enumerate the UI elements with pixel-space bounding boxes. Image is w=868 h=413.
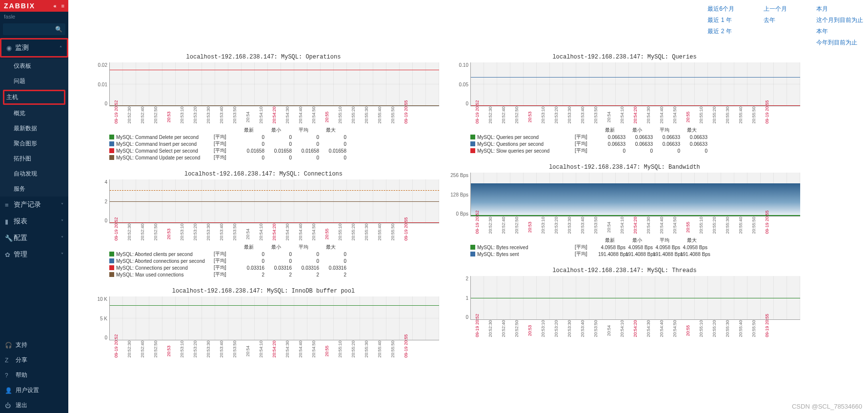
nav-item-discovery[interactable]: 自动发现: [0, 166, 68, 181]
nav-section-config[interactable]: 🔧配置˅: [0, 230, 68, 246]
nav-item-problems[interactable]: 问题: [0, 74, 68, 89]
chart-legend: 最新最小平均最大MySQL: Bytes received[平均]4.0958 …: [470, 237, 800, 257]
legend-row: MySQL: Questions per second[平均]0.066330.…: [470, 140, 800, 147]
chevron-down-icon: ˅: [61, 236, 63, 241]
legend-row: MySQL: Command Delete per second[平均]0000: [109, 134, 439, 140]
eye-icon: ◉: [6, 44, 15, 52]
chart-plot[interactable]: [109, 179, 439, 223]
legend-row: MySQL: Connections per second[平均]0.03316…: [109, 264, 439, 271]
main-content: 最近6个月最近 1 年最近 2 年 上一个月去年 本月这个月到目前为止本年今年到…: [68, 0, 868, 413]
chart-bw: localhost-192.168.238.147: MySQL: Bandwi…: [449, 164, 800, 257]
chart-plot[interactable]: [109, 296, 439, 340]
chart-plot[interactable]: [470, 173, 800, 216]
chart-title: localhost-192.168.238.147: MySQL: Connec…: [88, 171, 439, 177]
chevron-up-icon: ˄: [60, 45, 62, 51]
nav-item-screens[interactable]: 聚合图形: [0, 136, 68, 151]
power-icon: ⏻: [5, 402, 12, 409]
nav-bottom: 🎧支持 Z分享 ?帮助 👤用户设置 ⏻退出: [0, 337, 68, 413]
legend-row: MySQL: Aborted clients per second[平均]000…: [109, 251, 439, 257]
time-preset[interactable]: 今年到目前为止: [816, 39, 863, 47]
user-label: fasle: [0, 12, 68, 21]
logo: ZABBIX « ≡: [0, 0, 68, 12]
nav-section-admin[interactable]: ✿管理˅: [0, 246, 68, 263]
admin-icon: ✿: [5, 251, 14, 258]
watermark: CSDN @SCL_78534660: [792, 403, 862, 410]
chart-legend: 最新最小平均最大MySQL: Aborted clients per secon…: [109, 244, 439, 278]
legend-row: MySQL: Slow queries per second[平均]0000: [470, 147, 800, 154]
nav-item-dashboards[interactable]: 仪表板: [0, 59, 68, 74]
time-preset[interactable]: 本年: [816, 27, 863, 36]
nav-item-hosts[interactable]: 主机: [3, 90, 65, 105]
legend-row: MySQL: Bytes sent[平均]191.4088 Bps191.408…: [470, 251, 800, 257]
reports-icon: ▮: [5, 218, 14, 225]
menu-icon[interactable]: ≡: [61, 0, 65, 12]
time-preset[interactable]: 去年: [764, 16, 787, 24]
time-preset[interactable]: 这个月到目前为止: [816, 16, 863, 24]
nav-section-monitor[interactable]: ◉ 监测 ˄: [0, 38, 68, 58]
collapse-icon[interactable]: «: [53, 0, 57, 12]
chart-title: localhost-192.168.238.147: MySQL: Bandwi…: [449, 164, 800, 171]
time-preset[interactable]: 最近6个月: [707, 5, 734, 13]
legend-row: MySQL: Aborted connections per second[平均…: [109, 257, 439, 264]
chart-queries: localhost-192.168.238.147: MySQL: Querie…: [449, 54, 800, 154]
legend-row: MySQL: Command Update per second[平均]0000: [109, 154, 439, 161]
nav-item-maps[interactable]: 拓扑图: [0, 151, 68, 166]
chart-title: localhost-192.168.238.147: MySQL: Operat…: [88, 54, 439, 60]
chart-legend: 最新最小平均最大MySQL: Queries per second[平均]0.0…: [470, 127, 800, 154]
nav-item-overview[interactable]: 概览: [0, 106, 68, 121]
legend-row: MySQL: Bytes received[平均]4.0958 Bps4.095…: [470, 244, 800, 251]
nav-help[interactable]: ?帮助: [0, 368, 68, 383]
time-preset[interactable]: 本月: [816, 5, 863, 13]
chart-plot[interactable]: [470, 276, 800, 320]
share-icon: Z: [5, 357, 12, 364]
chart-title: localhost-192.168.238.147: MySQL: Thread…: [449, 267, 800, 274]
chart-thr: localhost-192.168.238.147: MySQL: Thread…: [449, 267, 800, 339]
legend-row: MySQL: Command Select per second[平均]0.01…: [109, 147, 439, 154]
nav-logout[interactable]: ⏻退出: [0, 398, 68, 413]
legend-row: MySQL: Command Insert per second[平均]0000: [109, 140, 439, 147]
legend-row: MySQL: Max used connections[平均]2222: [109, 271, 439, 278]
time-preset[interactable]: 上一个月: [764, 5, 787, 13]
time-preset[interactable]: 最近 1 年: [707, 16, 734, 24]
chart-buf: localhost-192.168.238.147: MySQL: InnoDB…: [88, 288, 439, 360]
time-preset[interactable]: 最近 2 年: [707, 27, 734, 36]
search-box: 🔍: [0, 21, 68, 37]
chart-plot[interactable]: [470, 62, 800, 106]
legend-row: MySQL: Queries per second[平均]0.066330.06…: [470, 134, 800, 140]
charts-grid: localhost-192.168.238.147: MySQL: Operat…: [68, 54, 868, 360]
nav-item-services[interactable]: 服务: [0, 181, 68, 197]
chart-title: localhost-192.168.238.147: MySQL: InnoDB…: [88, 288, 439, 295]
chart-legend: 最新最小平均最大MySQL: Command Delete per second…: [109, 127, 439, 161]
nav-support[interactable]: 🎧支持: [0, 337, 68, 353]
chevron-down-icon: ˅: [61, 219, 63, 224]
headset-icon: 🎧: [5, 342, 12, 349]
search-input[interactable]: [6, 26, 45, 33]
nav-monitor-label: 监测: [15, 43, 29, 52]
nav-monitor-submenu: 仪表板 问题 主机 概览 最新数据 聚合图形 拓扑图 自动发现 服务: [0, 59, 68, 197]
search-icon[interactable]: 🔍: [55, 26, 62, 33]
brand-text: ZABBIX: [4, 0, 35, 12]
config-icon: 🔧: [5, 235, 14, 242]
chart-conn: localhost-192.168.238.147: MySQL: Connec…: [88, 171, 439, 278]
nav-share[interactable]: Z分享: [0, 353, 68, 368]
chart-ops: localhost-192.168.238.147: MySQL: Operat…: [88, 54, 439, 161]
time-filter: 最近6个月最近 1 年最近 2 年 上一个月去年 本月这个月到目前为止本年今年到…: [703, 0, 868, 49]
nav-item-latest[interactable]: 最新数据: [0, 121, 68, 136]
sidebar: ZABBIX « ≡ fasle 🔍 ◉ 监测 ˄ 仪表板 问题 主机 概览 最…: [0, 0, 68, 413]
nav-usersettings[interactable]: 👤用户设置: [0, 383, 68, 398]
nav-section-inventory[interactable]: ≡资产记录˅: [0, 197, 68, 213]
user-icon: 👤: [5, 387, 12, 394]
nav-section-reports[interactable]: ▮报表˅: [0, 213, 68, 230]
chart-title: localhost-192.168.238.147: MySQL: Querie…: [449, 54, 800, 60]
chevron-down-icon: ˅: [61, 252, 63, 257]
chart-plot[interactable]: [109, 62, 439, 106]
help-icon: ?: [5, 372, 12, 379]
inventory-icon: ≡: [5, 201, 14, 209]
chevron-down-icon: ˅: [61, 202, 63, 208]
